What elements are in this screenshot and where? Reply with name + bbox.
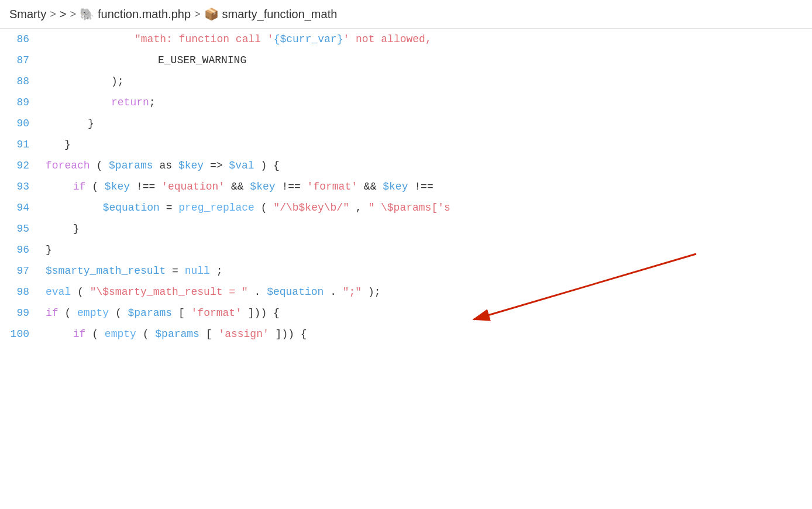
line-num-90: 90 <box>0 113 41 134</box>
line-num-93: 93 <box>0 176 41 197</box>
line-num-97: 97 <box>0 260 41 281</box>
line-num-96: 96 <box>0 239 41 260</box>
breadcrumb-sep-1: > <box>50 8 56 20</box>
code-line-93: 93 if ( $key !== 'equation' && $key !== … <box>0 176 812 197</box>
code-line-98: 98 eval ( "\$smarty_math_result = " . $e… <box>0 281 812 302</box>
line-num-94: 94 <box>0 197 41 218</box>
code-editor: 86 "math: function call '{$curr_var}' no… <box>0 29 812 345</box>
line-num-88: 88 <box>0 71 41 92</box>
line-content-97: $smarty_math_result = null ; <box>41 260 812 281</box>
breadcrumb-function[interactable]: smarty_function_math <box>222 8 338 21</box>
code-line-87: 87 E_USER_WARNING <box>0 50 812 71</box>
code-line-92: 92 foreach ( $params as $key => $val ) { <box>0 155 812 176</box>
line-content-99: if ( empty ( $params [ 'format' ])) { <box>41 302 812 324</box>
breadcrumb-sep-2: > <box>70 8 77 20</box>
breadcrumb-sep-3: > <box>194 8 201 20</box>
line-content-95: } <box>41 218 812 239</box>
code-line-88: 88 ); <box>0 71 812 92</box>
line-num-92: 92 <box>0 155 41 176</box>
line-content-94: $equation = preg_replace ( "/\b$key\b/" … <box>41 197 812 218</box>
breadcrumb-filename[interactable]: function.math.php <box>98 8 191 21</box>
line-num-89: 89 <box>0 92 41 113</box>
line-content-100: if ( empty ( $params [ 'assign' ])) { <box>41 324 812 345</box>
breadcrumb-elephant-icon: 🐘 <box>80 7 94 21</box>
line-num-99: 99 <box>0 302 41 324</box>
line-num-87: 87 <box>0 50 41 71</box>
line-content-93: if ( $key !== 'equation' && $key !== 'fo… <box>41 176 812 197</box>
breadcrumb-smarty[interactable]: Smarty <box>9 8 46 21</box>
line-content-88: ); <box>41 71 812 92</box>
code-line-91: 91 } <box>0 134 812 155</box>
code-line-86: 86 "math: function call '{$curr_var}' no… <box>0 29 812 50</box>
breadcrumb: Smarty > > > 🐘 function.math.php > 📦 sma… <box>0 0 812 29</box>
line-content-96: } <box>41 239 812 260</box>
line-content-91: } <box>41 134 812 155</box>
code-line-90: 90 } <box>0 113 812 134</box>
line-content-90: } <box>41 113 812 134</box>
line-content-92: foreach ( $params as $key => $val ) { <box>41 155 812 176</box>
breadcrumb-plugins[interactable]: > <box>60 8 67 21</box>
line-content-89: return; <box>41 92 812 113</box>
line-num-100: 100 <box>0 324 41 345</box>
line-num-95: 95 <box>0 218 41 239</box>
line-content-98: eval ( "\$smarty_math_result = " . $equa… <box>41 281 812 302</box>
code-line-99: 99 if ( empty ( $params [ 'format' ])) { <box>0 302 812 324</box>
line-num-86: 86 <box>0 29 41 50</box>
line-content-86: "math: function call '{$curr_var}' not a… <box>41 29 812 50</box>
code-line-96: 96 } <box>0 239 812 260</box>
code-line-95: 95 } <box>0 218 812 239</box>
line-num-91: 91 <box>0 134 41 155</box>
code-line-94: 94 $equation = preg_replace ( "/\b$key\b… <box>0 197 812 218</box>
code-line-100: 100 if ( empty ( $params [ 'assign' ])) … <box>0 324 812 345</box>
code-line-97: 97 $smarty_math_result = null ; <box>0 260 812 281</box>
line-content-87: E_USER_WARNING <box>41 50 812 71</box>
breadcrumb-cube-icon: 📦 <box>204 7 219 21</box>
line-num-98: 98 <box>0 281 41 302</box>
code-line-89: 89 return; <box>0 92 812 113</box>
